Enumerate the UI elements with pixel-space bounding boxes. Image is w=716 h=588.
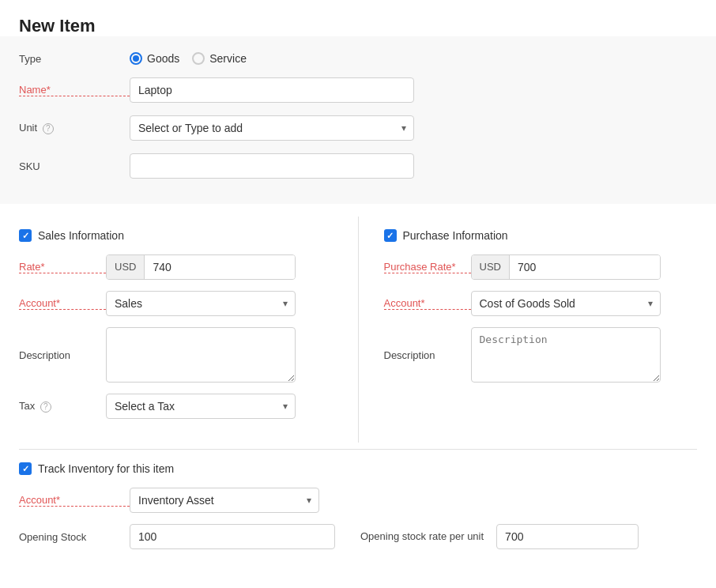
sales-account-select-wrapper[interactable]: Sales [106, 291, 296, 316]
page-title: New Item [19, 16, 697, 36]
purchase-rate-input[interactable] [510, 255, 661, 279]
purchase-rate-input-group: USD [471, 254, 661, 280]
purchase-title: Purchase Information [403, 229, 508, 242]
track-inventory-checkbox[interactable] [19, 462, 32, 475]
sales-rate-input-group: USD [106, 254, 296, 280]
service-label: Service [209, 52, 247, 65]
purchase-currency: USD [472, 255, 510, 279]
stock-row: Opening Stock Opening stock rate per uni… [19, 524, 697, 549]
sales-rate-row: Rate* USD [19, 254, 333, 280]
name-row: Name* [19, 77, 697, 103]
unit-help-icon: ? [43, 123, 54, 134]
sales-header: Sales Information [19, 229, 333, 242]
purchase-account-row: Account* Cost of Goods Sold [384, 291, 698, 316]
purchase-description-label: Description [384, 349, 471, 361]
sales-checkbox[interactable] [19, 229, 32, 242]
inventory-account-select[interactable]: Inventory Asset [130, 488, 319, 513]
sales-account-select[interactable]: Sales [106, 291, 296, 316]
sales-rate-input[interactable] [145, 255, 296, 279]
purchase-account-select[interactable]: Cost of Goods Sold [471, 291, 661, 316]
sales-tax-select-wrapper[interactable]: Select a Tax [106, 394, 296, 419]
sales-rate-label: Rate* [19, 261, 106, 273]
opening-rate-item: Opening stock rate per unit [360, 524, 639, 549]
opening-stock-label: Opening Stock [19, 531, 130, 543]
goods-radio-option[interactable]: Goods [130, 52, 179, 65]
track-inventory-section: Track Inventory for this item Account* I… [19, 449, 697, 562]
inventory-account-select-wrapper[interactable]: Inventory Asset [130, 488, 319, 513]
sales-currency: USD [107, 255, 145, 279]
sales-title: Sales Information [38, 229, 124, 242]
opening-rate-label: Opening stock rate per unit [360, 530, 484, 544]
purchase-section: Purchase Information Purchase Rate* USD … [358, 217, 698, 443]
sales-description-row: Description [19, 327, 333, 383]
unit-row: Unit ? Select or Type to add [19, 115, 697, 141]
unit-select[interactable]: Select or Type to add [130, 115, 414, 141]
opening-stock-item: Opening Stock [19, 524, 335, 549]
service-radio-circle [192, 52, 205, 65]
purchase-rate-label: Purchase Rate* [384, 261, 471, 273]
sku-row: SKU [19, 153, 697, 179]
service-radio-option[interactable]: Service [192, 52, 247, 65]
goods-label: Goods [147, 52, 179, 65]
track-inventory-header: Track Inventory for this item [19, 462, 697, 475]
name-label: Name* [19, 84, 130, 96]
purchase-checkbox[interactable] [384, 229, 397, 242]
name-input[interactable] [130, 77, 414, 103]
type-row: Type Goods Service [19, 52, 697, 65]
sales-section: Sales Information Rate* USD Account* Sal… [19, 217, 358, 443]
sku-input[interactable] [130, 153, 414, 179]
purchase-account-label: Account* [384, 297, 471, 310]
unit-label: Unit ? [19, 122, 130, 134]
info-sections: Sales Information Rate* USD Account* Sal… [19, 217, 697, 443]
sku-label: SKU [19, 160, 130, 172]
sales-account-row: Account* Sales [19, 291, 333, 316]
inventory-account-label: Account* [19, 494, 130, 507]
sales-description-label: Description [19, 349, 106, 361]
track-inventory-title: Track Inventory for this item [38, 462, 174, 475]
purchase-account-select-wrapper[interactable]: Cost of Goods Sold [471, 291, 661, 316]
sales-tax-select[interactable]: Select a Tax [106, 394, 296, 419]
tax-help-icon: ? [40, 401, 51, 413]
type-label: Type [19, 53, 130, 65]
purchase-header: Purchase Information [384, 229, 698, 242]
sales-tax-row: Tax ? Select a Tax [19, 394, 333, 419]
purchase-rate-row: Purchase Rate* USD [384, 254, 698, 280]
opening-rate-input[interactable] [496, 524, 639, 549]
unit-select-wrapper[interactable]: Select or Type to add [130, 115, 414, 141]
sales-account-label: Account* [19, 297, 106, 310]
purchase-description-textarea[interactable] [471, 327, 661, 383]
sales-tax-label: Tax ? [19, 400, 106, 413]
inventory-account-row: Account* Inventory Asset [19, 488, 697, 513]
type-radio-group: Goods Service [130, 52, 247, 65]
purchase-description-row: Description [384, 327, 698, 383]
sales-description-textarea[interactable] [106, 327, 296, 383]
opening-stock-input[interactable] [130, 524, 335, 549]
goods-radio-circle [130, 52, 142, 65]
